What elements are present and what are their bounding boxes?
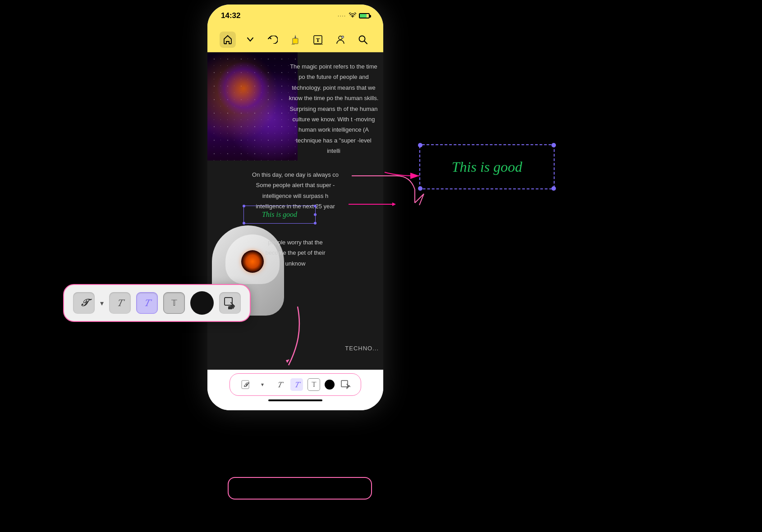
home-button[interactable] [220,32,236,48]
tb-bold-button[interactable]: 𝒯 [239,378,252,391]
svg-text:𝒯: 𝒯 [243,381,249,388]
tb-move-button[interactable] [339,378,352,391]
phone-frame: 14:32 ···· [207,5,383,410]
svg-marker-13 [392,202,396,206]
main-toolbar: T + [207,27,383,52]
tb-outlined-button[interactable]: 𝕋 [308,378,320,391]
large-corner-tr[interactable] [551,143,556,147]
tb-normal-button[interactable]: 𝑇 [273,378,286,391]
tlb-bold-button[interactable]: 𝒯 [73,292,95,314]
large-corner-bl[interactable] [418,186,422,191]
dropdown-button[interactable] [242,32,258,48]
tlb-color-picker[interactable] [190,291,214,315]
large-corner-tl[interactable] [418,143,422,147]
highlight-button[interactable] [287,32,303,48]
tlb-italic-button[interactable]: 𝑇 [136,292,158,314]
home-indicator [268,399,322,401]
toolbar-highlight-outline [228,477,372,500]
svg-text:+: + [342,35,344,39]
text-tool-button[interactable]: T [310,32,326,48]
book-text-top: The magic point refers to the time po th… [289,61,379,156]
book-text-lower: On this day, one day is always coSome pe… [212,170,379,212]
tlb-outlined-button[interactable]: 𝕋 [163,292,185,314]
tlb-move-button[interactable] [219,292,241,314]
annotation-large-text: This is good [452,159,522,175]
search-button[interactable] [355,32,371,48]
battery-icon [359,13,370,18]
book-text-bottom: people worry that thebecome the pet of t… [212,237,379,269]
annotation-large[interactable]: This is good [419,144,555,189]
corner-handle-br[interactable] [314,222,317,225]
tlb-dropdown-chevron[interactable]: ▾ [100,299,104,307]
color-picker[interactable] [325,380,335,390]
status-icons: ···· [338,12,370,19]
wifi-icon [349,12,356,19]
tb-italic-button[interactable]: 𝑇 [290,378,303,391]
svg-rect-10 [341,381,348,387]
person-button[interactable]: + [332,32,349,48]
book-cover-image [207,52,298,161]
toolbar-large: 𝒯 ▾ 𝑇 𝑇 𝕋 [63,284,251,322]
status-bar: 14:32 ···· [207,5,383,27]
bottom-bar: 𝒯 ▾ 𝑇 𝑇 𝕋 [207,370,383,410]
status-time: 14:32 [221,11,240,20]
large-corner-br[interactable] [551,186,556,191]
svg-rect-0 [293,38,298,44]
page-content: The magic point refers to the time po th… [207,52,383,383]
mid-handle-right[interactable] [314,213,317,216]
svg-rect-11 [225,298,232,305]
signal-icon: ···· [338,14,346,18]
tlb-normal-button[interactable]: 𝑇 [109,292,131,314]
tb-dropdown-button[interactable]: ▾ [256,378,269,391]
text-toolbar-inner: 𝒯 ▾ 𝑇 𝑇 𝕋 [230,373,361,396]
techno-text: TECHNO... [345,345,379,352]
svg-text:T: T [316,37,320,43]
undo-button[interactable] [265,32,281,48]
